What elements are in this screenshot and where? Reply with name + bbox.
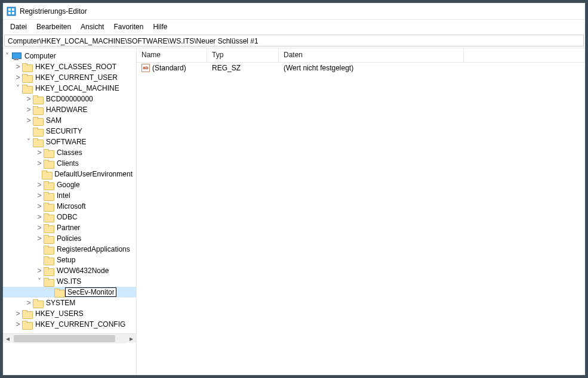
tree-item-label: Setup [56, 255, 76, 265]
svg-rect-2 [12, 8, 14, 11]
folder-icon [22, 74, 32, 82]
scroll-thumb[interactable] [14, 335, 115, 342]
chevron-right-icon[interactable]: > [35, 179, 44, 190]
titlebar: Registrierungs-Editor [3, 3, 585, 20]
folder-icon [33, 95, 42, 103]
value-row[interactable]: ab(Standard)REG_SZ(Wert nicht festgelegt… [137, 63, 585, 73]
menubar: Datei Bearbeiten Ansicht Favoriten Hilfe [3, 20, 585, 34]
menu-hilfe[interactable]: Hilfe [148, 21, 172, 32]
chevron-right-icon[interactable]: > [35, 233, 44, 244]
folder-icon [33, 128, 42, 135]
tree-wsits-new[interactable]: > [3, 287, 136, 298]
tree-odbc[interactable]: >ODBC [3, 212, 136, 222]
menu-ansicht[interactable]: Ansicht [76, 21, 109, 32]
chevron-right-icon[interactable]: > [24, 104, 33, 115]
chevron-down-icon[interactable]: ˅ [3, 51, 11, 61]
chevron-down-icon[interactable]: ˅ [35, 276, 44, 287]
col-data[interactable]: Daten [279, 48, 464, 62]
folder-icon [44, 213, 53, 221]
chevron-right-icon[interactable]: > [14, 72, 22, 83]
chevron-right-icon[interactable]: > [24, 298, 33, 308]
menu-bearbeiten[interactable]: Bearbeiten [32, 21, 76, 32]
tree-wow64[interactable]: >WOW6432Node [3, 265, 136, 276]
scroll-left-icon[interactable]: ◂ [3, 334, 13, 343]
folder-icon [33, 106, 42, 114]
app-icon [7, 7, 16, 16]
scroll-right-icon[interactable]: ▸ [127, 334, 136, 343]
chevron-right-icon[interactable]: > [35, 265, 44, 276]
tree-pane[interactable]: ˅Computer>HKEY_CLASSES_ROOT>HKEY_CURRENT… [3, 48, 137, 375]
tree-system[interactable]: >SYSTEM [3, 298, 136, 308]
tree-item-label: HKEY_LOCAL_MACHINE [34, 83, 121, 94]
tree-microsoft[interactable]: >Microsoft [3, 201, 136, 212]
tree-item-label: HARDWARE [45, 104, 89, 115]
folder-icon [44, 181, 53, 189]
tree-hardware[interactable]: >HARDWARE [3, 104, 136, 115]
chevron-right-icon[interactable]: > [35, 222, 44, 233]
menu-favoriten[interactable]: Favoriten [109, 21, 148, 32]
tree-setup[interactable]: >Setup [3, 255, 136, 265]
folder-icon [54, 289, 64, 296]
chevron-right-icon[interactable]: > [35, 147, 44, 158]
tree-regapps[interactable]: >RegisteredApplications [3, 244, 136, 255]
tree-computer[interactable]: ˅Computer [3, 51, 136, 61]
chevron-right-icon[interactable]: > [14, 308, 22, 319]
folder-icon [33, 299, 42, 307]
folder-icon [22, 63, 32, 71]
chevron-right-icon[interactable]: > [14, 61, 22, 72]
tree-item-label: SECURITY [45, 126, 84, 137]
tree-bcd[interactable]: >BCD00000000 [3, 94, 136, 104]
tree-wsits[interactable]: ˅WS.ITS [3, 276, 136, 287]
tree-hscrollbar[interactable]: ◂ ▸ [3, 333, 136, 343]
tree-item-label: HKEY_CURRENT_USER [34, 72, 119, 83]
menu-datei[interactable]: Datei [5, 21, 32, 32]
tree-google[interactable]: >Google [3, 179, 136, 190]
chevron-down-icon[interactable]: ˅ [24, 137, 33, 147]
svg-rect-4 [12, 12, 14, 14]
tree-hku[interactable]: >HKEY_USERS [3, 308, 136, 319]
chevron-down-icon[interactable]: ˅ [14, 83, 22, 94]
address-bar[interactable]: Computer\HKEY_LOCAL_MACHINE\SOFTWARE\WS.… [4, 35, 584, 47]
string-value-icon: ab [141, 64, 150, 72]
tree-item-label: Clients [56, 158, 80, 169]
chevron-right-icon[interactable]: > [24, 115, 33, 126]
tree-clients[interactable]: >Clients [3, 158, 136, 169]
tree-due[interactable]: >DefaultUserEnvironment [3, 169, 136, 179]
rename-input[interactable] [65, 287, 116, 297]
values-pane[interactable]: Name Typ Daten ab(Standard)REG_SZ(Wert n… [137, 48, 585, 375]
col-type[interactable]: Typ [207, 48, 279, 62]
tree-hkcu[interactable]: >HKEY_CURRENT_USER [3, 72, 136, 83]
col-name[interactable]: Name [137, 48, 207, 62]
chevron-right-icon[interactable]: > [24, 94, 33, 104]
tree-security[interactable]: >SECURITY [3, 126, 136, 137]
folder-icon [44, 203, 53, 210]
tree-item-label: SOFTWARE [45, 137, 88, 147]
chevron-right-icon[interactable]: > [35, 212, 44, 222]
tree-sam[interactable]: >SAM [3, 115, 136, 126]
chevron-right-icon[interactable]: > [35, 158, 44, 169]
folder-icon [44, 192, 53, 200]
tree-hkcc[interactable]: >HKEY_CURRENT_CONFIG [3, 319, 136, 330]
folder-icon [42, 171, 51, 178]
value-type: REG_SZ [207, 64, 279, 72]
tree-classes[interactable]: >Classes [3, 147, 136, 158]
folder-icon [44, 149, 53, 157]
chevron-right-icon[interactable]: > [14, 319, 22, 330]
tree-intel[interactable]: >Intel [3, 190, 136, 201]
tree-item-label: SYSTEM [45, 298, 76, 308]
tree-item-label: HKEY_USERS [34, 308, 85, 319]
chevron-right-icon[interactable]: > [35, 201, 44, 212]
folder-icon [22, 310, 32, 318]
tree-item-label: Classes [56, 147, 84, 158]
tree-item-label: Intel [56, 190, 72, 201]
tree-policies[interactable]: >Policies [3, 233, 136, 244]
tree-software[interactable]: ˅SOFTWARE [3, 137, 136, 147]
chevron-right-icon[interactable]: > [35, 190, 44, 201]
tree-hklm[interactable]: ˅HKEY_LOCAL_MACHINE [3, 83, 136, 94]
tree-item-label: HKEY_CLASSES_ROOT [34, 61, 118, 72]
tree-partner[interactable]: >Partner [3, 222, 136, 233]
tree-hkcr[interactable]: >HKEY_CLASSES_ROOT [3, 61, 136, 72]
tree-item-label: ODBC [56, 212, 79, 222]
folder-icon [33, 117, 42, 125]
folder-icon [44, 256, 53, 264]
